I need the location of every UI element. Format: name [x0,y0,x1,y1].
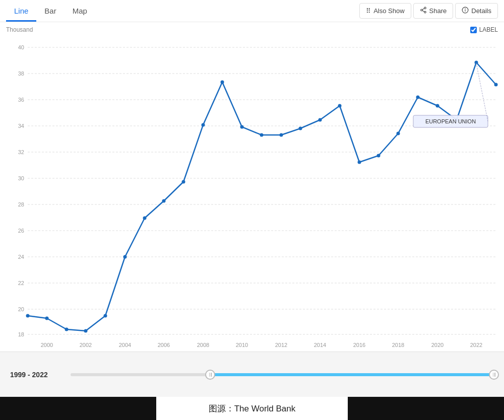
svg-text:2006: 2006 [158,342,170,348]
svg-point-45 [45,317,49,320]
svg-text:30: 30 [18,175,24,181]
svg-text:22: 22 [18,280,24,286]
svg-point-0 [424,7,426,9]
tab-map[interactable]: Map [65,2,95,22]
svg-text:36: 36 [18,97,24,103]
label-toggle-container: LABEL [470,26,498,33]
svg-text:38: 38 [18,71,24,77]
share-label: Share [429,7,447,15]
svg-text:32: 32 [18,149,24,155]
footer-left-panel [0,397,156,420]
svg-point-64 [416,96,420,99]
svg-text:2002: 2002 [80,342,92,348]
svg-point-61 [358,161,361,164]
svg-line-71 [476,63,488,121]
svg-point-63 [397,132,400,135]
svg-text:2014: 2014 [314,342,326,348]
svg-point-2 [424,11,426,13]
svg-text:2004: 2004 [119,342,131,348]
header-actions: ⠿ Also Show Share Details [359,3,498,19]
svg-line-4 [422,9,424,10]
svg-point-62 [377,154,381,158]
svg-point-48 [104,314,107,318]
chart-area: Thousand LABEL 40 38 36 34 32 30 28 26 2… [0,22,504,365]
svg-point-50 [143,217,147,220]
label-toggle-text: LABEL [479,26,498,33]
svg-point-54 [221,81,224,84]
svg-line-3 [422,11,424,12]
svg-text:EUROPEAN UNION: EUROPEAN UNION [425,118,476,124]
label-checkbox[interactable] [470,27,477,33]
svg-point-60 [338,104,342,108]
svg-text:24: 24 [18,254,24,260]
svg-text:2018: 2018 [392,342,404,348]
svg-point-51 [162,199,166,203]
svg-point-65 [436,104,439,108]
source-label: 图源：The World Bank [209,403,296,414]
svg-point-58 [299,127,302,130]
details-label: Details [471,7,491,15]
year-range-label: 1999 - 2022 [10,371,60,379]
slider-fill [210,373,494,376]
svg-text:26: 26 [18,228,24,234]
info-icon [462,7,469,15]
svg-text:20: 20 [18,306,24,312]
svg-point-56 [260,133,264,137]
svg-point-53 [202,123,205,127]
svg-point-57 [280,133,283,137]
tab-group: Line Bar Map [6,1,95,21]
svg-point-59 [319,118,322,122]
svg-point-47 [84,329,88,333]
header: Line Bar Map ⠿ Also Show Share Details [0,0,504,22]
grid-icon: ⠿ [366,7,371,15]
also-show-button[interactable]: ⠿ Also Show [359,3,411,19]
svg-text:2008: 2008 [197,342,209,348]
line-chart: 40 38 36 34 32 30 28 26 24 22 20 18 2000… [0,37,504,360]
svg-text:18: 18 [18,331,24,337]
svg-point-68 [494,83,498,87]
svg-text:2010: 2010 [236,342,248,348]
svg-point-52 [182,180,185,184]
share-icon [420,7,427,15]
svg-text:2016: 2016 [353,342,365,348]
slider-handle-left[interactable] [205,370,215,380]
svg-text:28: 28 [18,201,24,207]
svg-point-1 [420,9,422,11]
svg-text:2000: 2000 [41,342,53,348]
svg-point-46 [65,328,69,331]
slider-container[interactable] [71,370,494,380]
share-button[interactable]: Share [413,3,454,19]
svg-point-55 [240,125,244,129]
tab-bar[interactable]: Bar [36,2,64,22]
details-button[interactable]: Details [455,3,498,19]
svg-text:2022: 2022 [470,342,482,348]
svg-text:34: 34 [18,123,24,129]
slider-handle-right[interactable] [489,370,499,380]
unit-label: Thousand [6,26,33,33]
footer: 图源：The World Bank [0,397,504,420]
svg-text:2012: 2012 [275,342,287,348]
tab-line[interactable]: Line [6,2,36,22]
svg-point-44 [26,314,30,318]
footer-right-panel [348,397,504,420]
also-show-label: Also Show [373,7,404,15]
slider-section: 1999 - 2022 [0,352,504,397]
svg-point-49 [123,255,127,259]
svg-text:40: 40 [18,44,24,50]
svg-text:2020: 2020 [431,342,444,348]
